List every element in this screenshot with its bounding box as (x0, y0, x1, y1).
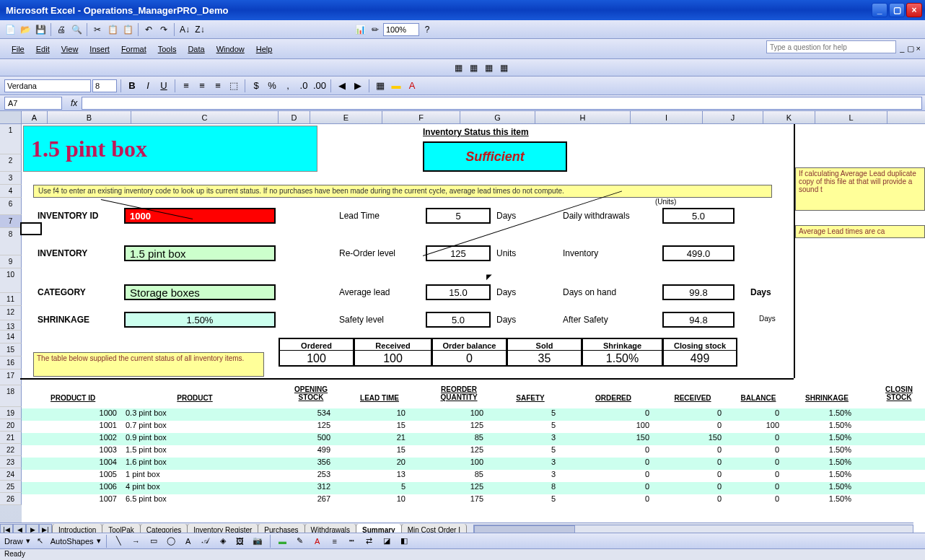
col-header[interactable]: F (382, 111, 460, 123)
maximize-button[interactable]: ▢ (889, 3, 905, 17)
tool-icon[interactable]: ▦ (481, 61, 496, 75)
menu-file[interactable]: File (6, 42, 30, 56)
diagram-icon[interactable]: ◈ (216, 535, 230, 548)
font-size-select[interactable] (92, 79, 117, 92)
draw-menu[interactable]: Draw (4, 537, 23, 546)
formula-input[interactable] (82, 97, 922, 110)
table-row[interactable]: 10051 pint box253138530001.50% (22, 470, 925, 482)
bold-button[interactable]: B (125, 79, 139, 93)
table-row[interactable]: 10041.6 pint box3562010030001.50% (22, 458, 925, 470)
menu-format[interactable]: Format (115, 42, 152, 56)
table-row[interactable]: 10010.7 pint box12515125510001001.50% (22, 421, 925, 433)
cell-area[interactable]: 1.5 pint box Inventory Status this item … (22, 124, 925, 522)
currency-icon[interactable]: $ (249, 79, 263, 93)
menu-view[interactable]: View (56, 42, 84, 56)
table-row[interactable]: 10000.3 pint box5341010050001.50% (22, 408, 925, 421)
col-header[interactable]: C (131, 111, 279, 123)
table-row[interactable]: 10064 pint box312512580001.50% (22, 482, 925, 494)
inventory-id-value[interactable]: 1000 (124, 208, 276, 224)
help-search-input[interactable] (766, 40, 896, 53)
col-header[interactable]: D (279, 111, 310, 123)
cut-icon[interactable]: ✂ (90, 22, 105, 37)
tool-icon[interactable]: ▦ (496, 61, 511, 75)
tool-icon[interactable]: ▦ (451, 61, 465, 75)
select-objects-icon[interactable]: ↖ (33, 535, 48, 548)
clipart-icon[interactable]: 🖼 (233, 535, 247, 548)
col-header[interactable]: A (22, 111, 48, 123)
spreadsheet-grid[interactable]: 1 2 3 4 6 7 8 9 10 11 12 13 14 15 16 17 … (0, 124, 925, 522)
italic-button[interactable]: I (141, 79, 155, 93)
line-style-icon[interactable]: ≡ (328, 535, 342, 548)
sort-asc-icon[interactable]: A↓ (177, 22, 192, 37)
line-icon[interactable]: ╲ (112, 535, 126, 548)
fill-color-icon[interactable]: ▬ (389, 79, 403, 93)
decrease-decimal-icon[interactable]: .00 (312, 79, 327, 93)
table-row[interactable]: 10020.9 pint box5002185315015001.50% (22, 433, 925, 445)
window-titlebar[interactable]: Microsoft Excel - Operations_ManagerPRO_… (0, 0, 925, 20)
close-button[interactable]: × (906, 3, 922, 17)
select-all-corner[interactable] (0, 111, 22, 123)
name-box[interactable] (4, 97, 62, 110)
table-row[interactable]: 10031.5 pint box4991512550001.50% (22, 445, 925, 458)
font-name-select[interactable] (4, 79, 91, 92)
comma-icon[interactable]: , (281, 79, 295, 93)
underline-button[interactable]: U (157, 79, 171, 93)
new-icon[interactable]: 📄 (3, 22, 17, 37)
font-color-icon[interactable]: A (310, 535, 325, 548)
increase-decimal-icon[interactable]: .0 (297, 79, 311, 93)
3d-icon[interactable]: ◧ (397, 535, 411, 548)
redo-icon[interactable]: ↷ (157, 22, 171, 37)
indent-increase-icon[interactable]: ▶ (351, 79, 365, 93)
fx-icon[interactable]: fx (66, 98, 82, 108)
minimize-button[interactable]: _ (872, 3, 887, 17)
print-icon[interactable]: 🖨 (54, 22, 69, 37)
shadow-icon[interactable]: ◪ (380, 535, 394, 548)
picture-icon[interactable]: 📷 (250, 535, 265, 548)
drawing-icon[interactable]: ✏ (368, 22, 382, 37)
paste-icon[interactable]: 📋 (120, 22, 135, 37)
rectangle-icon[interactable]: ▭ (146, 535, 161, 548)
copy-icon[interactable]: 📋 (105, 22, 120, 37)
autoshapes-menu[interactable]: AutoShapes (51, 537, 94, 546)
font-color-icon[interactable]: A (405, 79, 419, 93)
menu-help[interactable]: Help (250, 42, 279, 56)
dash-style-icon[interactable]: ┅ (345, 535, 359, 548)
col-header[interactable]: I (631, 111, 703, 123)
borders-icon[interactable]: ▦ (373, 79, 387, 93)
oval-icon[interactable]: ◯ (164, 535, 178, 548)
indent-decrease-icon[interactable]: ◀ (335, 79, 349, 93)
menu-data[interactable]: Data (182, 42, 210, 56)
save-icon[interactable]: 💾 (33, 22, 48, 37)
arrow-style-icon[interactable]: ⇄ (362, 535, 377, 548)
sort-desc-icon[interactable]: Z↓ (193, 22, 207, 37)
col-header[interactable]: K (763, 111, 815, 123)
chart-icon[interactable]: 📊 (353, 22, 367, 37)
col-header[interactable]: G (460, 111, 535, 123)
col-header[interactable]: H (535, 111, 631, 123)
line-color-icon[interactable]: ✎ (293, 535, 307, 548)
preview-icon[interactable]: 🔍 (69, 22, 84, 37)
col-header[interactable]: J (703, 111, 763, 123)
merge-icon[interactable]: ⬚ (227, 79, 241, 93)
arrow-icon[interactable]: → (129, 535, 144, 548)
undo-icon[interactable]: ↶ (141, 22, 156, 37)
menu-edit[interactable]: Edit (30, 42, 56, 56)
menu-window[interactable]: Window (211, 42, 250, 56)
align-center-icon[interactable]: ≡ (195, 79, 209, 93)
percent-icon[interactable]: % (265, 79, 279, 93)
tool-icon[interactable]: ▦ (466, 61, 481, 75)
col-header[interactable]: B (48, 111, 131, 123)
table-row[interactable]: 10076.5 pint box2671017550001.50% (22, 494, 925, 507)
wordart-icon[interactable]: 𝒜 (198, 535, 213, 548)
align-right-icon[interactable]: ≡ (211, 79, 225, 93)
zoom-select[interactable] (383, 23, 419, 36)
col-header[interactable]: L (815, 111, 887, 123)
comment-indicator[interactable]: ◤ (486, 273, 492, 281)
textbox-icon[interactable]: A (181, 535, 196, 548)
menu-tools[interactable]: Tools (152, 42, 183, 56)
open-icon[interactable]: 📂 (18, 22, 32, 37)
help-icon[interactable]: ? (420, 22, 434, 37)
fill-color-icon[interactable]: ▬ (276, 535, 290, 548)
align-left-icon[interactable]: ≡ (179, 79, 193, 93)
col-header[interactable]: E (310, 111, 382, 123)
